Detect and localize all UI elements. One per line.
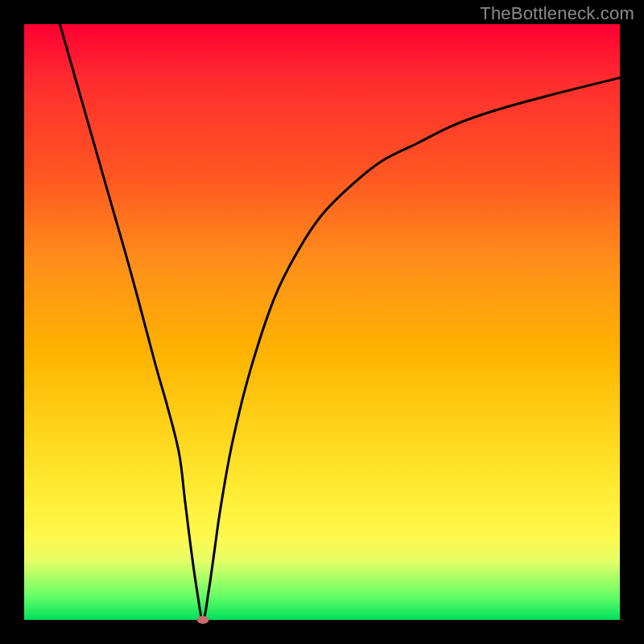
minimum-marker [197,616,209,624]
bottleneck-curve [24,24,620,620]
plot-area [24,24,620,620]
chart-frame: TheBottleneck.com [0,0,644,644]
watermark-text: TheBottleneck.com [480,3,634,24]
